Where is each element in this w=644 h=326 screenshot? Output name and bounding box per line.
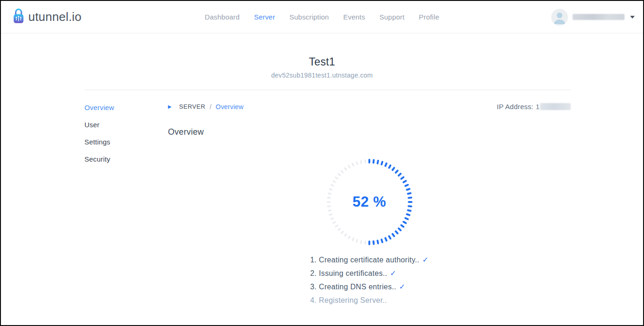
nav-item[interactable]: Support: [380, 13, 405, 21]
padlock-logo-icon: [12, 8, 25, 26]
step-label: Registering Server..: [319, 296, 387, 304]
user-avatar-icon: [551, 9, 568, 26]
nav-item[interactable]: Subscription: [290, 13, 329, 21]
nav-item[interactable]: Server: [254, 13, 275, 21]
main-nav: DashboardServerSubscriptionEventsSupport…: [205, 13, 439, 21]
brand-name: utunnel.io: [28, 10, 82, 24]
app-window: utunnel.io DashboardServerSubscriptionEv…: [0, 0, 644, 326]
breadcrumb: ▶ SERVER / Overview: [168, 103, 244, 111]
step-number: 4.: [310, 296, 316, 304]
check-icon: ✓: [390, 269, 396, 277]
section-heading: Overview: [168, 127, 571, 137]
setup-step: 3.Creating DNS entries..✓: [310, 280, 428, 293]
nav-item[interactable]: Dashboard: [205, 13, 239, 21]
top-navbar: utunnel.io DashboardServerSubscriptionEv…: [1, 1, 643, 33]
setup-step: 4.Registering Server..✓: [310, 293, 428, 307]
step-number: 1.: [310, 256, 316, 264]
server-title-block: Test1 dev52sub1981test1.utnstage.com: [1, 56, 643, 79]
sidebar-item[interactable]: User: [84, 120, 168, 130]
setup-step: 1.Creating certificate authority..✓: [310, 253, 428, 267]
breadcrumb-separator: /: [210, 103, 212, 111]
step-label: Creating certificate authority..: [319, 256, 419, 264]
user-name-redacted: [573, 14, 625, 20]
ip-address-row: IP Address: 1: [497, 103, 571, 111]
setup-progress: 52 % 1.Creating certificate authority..✓…: [168, 157, 571, 307]
setup-step: 2.Issuing certificates..✓: [310, 267, 428, 280]
sidebar: OverviewUserSettingsSecurity: [84, 103, 168, 307]
step-number: 2.: [310, 269, 316, 277]
sidebar-item[interactable]: Overview: [84, 103, 168, 113]
check-icon: ✓: [422, 256, 429, 264]
step-number: 3.: [310, 283, 316, 291]
nav-item[interactable]: Events: [343, 13, 365, 21]
content-topbar: ▶ SERVER / Overview IP Address: 1: [168, 103, 571, 111]
breadcrumb-current[interactable]: Overview: [216, 103, 244, 111]
sidebar-item[interactable]: Settings: [84, 137, 168, 147]
progress-percent: 52 %: [325, 157, 414, 247]
breadcrumb-section: SERVER: [179, 103, 206, 110]
setup-steps: 1.Creating certificate authority..✓2.Iss…: [310, 253, 428, 307]
page-title: Test1: [1, 56, 643, 68]
brand-logo[interactable]: utunnel.io: [12, 8, 82, 26]
step-label: Creating DNS entries..: [319, 283, 396, 291]
main-panel: ▶ SERVER / Overview IP Address: 1 Overvi…: [168, 103, 571, 307]
step-label: Issuing certificates..: [319, 269, 387, 277]
user-menu[interactable]: [551, 9, 635, 26]
server-domain: dev52sub1981test1.utnstage.com: [1, 72, 643, 79]
chevron-down-icon: [630, 16, 635, 19]
nav-item[interactable]: Profile: [419, 13, 439, 21]
play-arrow-icon: ▶: [168, 104, 172, 109]
sidebar-item[interactable]: Security: [84, 154, 168, 164]
ip-address-label: IP Address:: [497, 103, 534, 111]
progress-ring: 52 %: [325, 157, 414, 247]
ip-address-redacted: [540, 103, 571, 110]
title-divider: [84, 90, 571, 90]
content-area: OverviewUserSettingsSecurity ▶ SERVER / …: [84, 103, 571, 307]
ip-address-prefix: 1: [535, 103, 540, 111]
check-icon: ✓: [399, 283, 406, 291]
